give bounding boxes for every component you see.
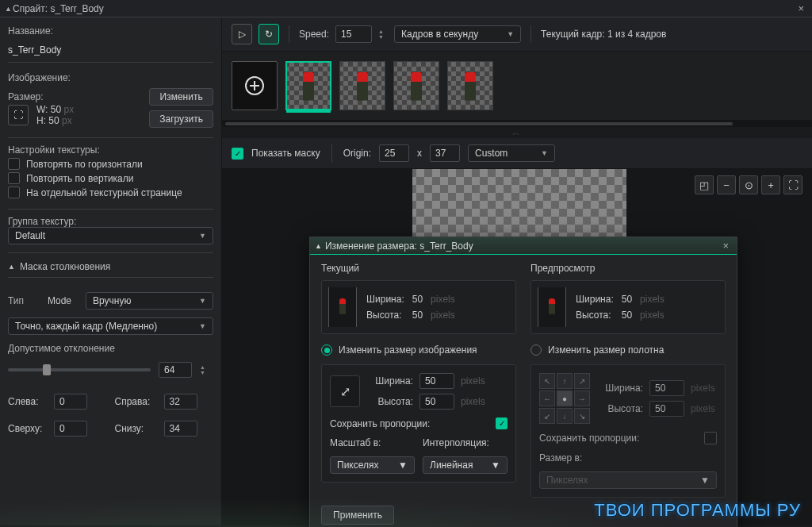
origin-preset-dropdown[interactable]: Custom▼ — [468, 144, 555, 162]
name-label: Название: — [8, 25, 213, 37]
plus-circle-icon — [244, 75, 265, 96]
scale-in-label: Масштаб в: — [330, 437, 415, 448]
dialog-title: Изменение размера: s_Terr_Body — [325, 240, 719, 252]
fit-icon[interactable]: ⛶ — [783, 175, 802, 194]
chk-keep-ratio[interactable]: ✓ — [496, 417, 508, 429]
zoom-100-icon[interactable]: ⊙ — [739, 175, 758, 194]
speed-input[interactable]: 15 — [335, 25, 372, 43]
chevron-down-icon: ▲ — [5, 5, 13, 13]
chk-vtile[interactable] — [8, 172, 20, 184]
mask-left-value[interactable]: 0 — [54, 394, 87, 410]
mask-bottom-value[interactable]: 34 — [164, 421, 197, 437]
mask-left-label: Слева: — [8, 396, 46, 407]
texture-group-label: Группа текстур: — [8, 216, 213, 227]
keep-ratio-label: Сохранить пропорции: — [330, 418, 430, 429]
radio-resize-image[interactable] — [321, 344, 332, 356]
resize-image-label: Изменить размер изображения — [339, 344, 477, 356]
tolerance-stepper[interactable]: ▲▼ — [200, 364, 209, 376]
frame-3[interactable] — [447, 61, 493, 110]
interp-dropdown[interactable]: Линейная▼ — [423, 456, 508, 474]
fullscreen-icon[interactable]: ⛶ — [8, 105, 29, 125]
chk-keep-ratio-canvas[interactable] — [704, 432, 717, 444]
chk-vtile-label: Повторять по вертикали — [26, 173, 134, 184]
scale-width-input[interactable]: 50 — [419, 373, 454, 389]
mode-label: Mode — [48, 295, 78, 306]
size-in-label: Размер в: — [539, 452, 717, 464]
tolerance-label: Допустимое отклонение — [8, 343, 213, 354]
interp-label: Интерполяция: — [423, 437, 508, 448]
resize-dialog: ▲ Изменение размера: s_Terr_Body × Текущ… — [309, 237, 737, 527]
chk-sep-page-label: На отдельной текстурной странице — [26, 187, 182, 198]
watermark: ТВОИ ПРОГРАММЫ РУ — [594, 500, 801, 521]
speed-label: Speed: — [299, 29, 329, 40]
dialog-close-icon[interactable]: × — [719, 240, 732, 252]
h-label: H: — [36, 115, 46, 126]
mask-top-label: Сверху: — [8, 423, 46, 434]
fps-dropdown[interactable]: Кадров в секунду▼ — [394, 25, 521, 43]
origin-label: Origin: — [343, 148, 371, 159]
mask-top-value[interactable]: 0 — [54, 421, 87, 437]
w-label: W: — [36, 104, 48, 115]
image-label: Изображение: — [8, 72, 213, 83]
scale-arrows-icon: ⤢ — [330, 375, 360, 407]
resize-canvas-label: Изменить размер полотна — [548, 344, 664, 356]
show-mask-label: Показать маску — [251, 148, 320, 159]
frame-1[interactable] — [339, 61, 385, 110]
texture-settings-label: Настройки текстуры: — [8, 144, 213, 156]
mask-bottom-label: Снизу: — [115, 423, 156, 434]
anchor-grid[interactable]: ↖↑↗ ←●→ ↙↓↘ — [539, 373, 590, 424]
window-title: Спрайт: s_Terr_Body — [13, 3, 795, 14]
zoom-reset-icon[interactable]: ◰ — [695, 175, 714, 194]
mode-dropdown[interactable]: Вручную▼ — [86, 292, 213, 310]
frame-strip — [222, 52, 812, 121]
close-icon[interactable]: × — [795, 2, 807, 14]
frame-2[interactable] — [393, 61, 439, 110]
chk-htile[interactable] — [8, 158, 20, 170]
canvas-height-input[interactable]: 50 — [649, 401, 684, 417]
mask-shape-dropdown[interactable]: Точно, каждый кадр (Медленно)▼ — [8, 317, 213, 335]
prev-width: 50 — [622, 294, 632, 305]
preview-thumb — [538, 287, 566, 327]
height-value: 50 — [48, 115, 59, 126]
mask-right-value[interactable]: 32 — [164, 394, 197, 410]
origin-y-input[interactable]: 37 — [430, 144, 460, 162]
width-value: 50 — [51, 104, 61, 115]
mask-right-label: Справа: — [115, 396, 156, 407]
scale-height-input[interactable]: 50 — [419, 394, 454, 410]
chevron-down-icon: ▼ — [199, 232, 206, 240]
chk-sep-page[interactable] — [8, 187, 20, 198]
keep-ratio-canvas-label: Сохранить пропорции: — [539, 433, 639, 444]
edit-image-button[interactable]: Изменить — [149, 88, 213, 106]
prev-height: 50 — [622, 310, 632, 321]
origin-x-input[interactable]: 25 — [379, 144, 409, 162]
tolerance-value[interactable]: 64 — [159, 362, 192, 378]
scale-unit-dropdown[interactable]: Пикселях▼ — [330, 456, 415, 474]
zoom-in-icon[interactable]: + — [761, 175, 780, 194]
speed-stepper[interactable]: ▲▼ — [378, 28, 388, 40]
current-frame-label: Текущий кадр: 1 из 4 кадров — [541, 29, 666, 40]
cur-width: 50 — [412, 294, 423, 305]
current-thumb — [328, 287, 357, 327]
collision-mask-header[interactable]: ▲Маска столкновения — [8, 261, 213, 278]
zoom-out-icon[interactable]: − — [717, 175, 736, 194]
tolerance-slider[interactable] — [8, 368, 151, 371]
size-label: Размер: — [8, 91, 74, 102]
frame-0[interactable] — [285, 61, 331, 110]
chk-htile-label: Повторять по горизонтали — [26, 159, 143, 170]
cur-height: 50 — [412, 310, 423, 321]
chk-show-mask[interactable]: ✓ — [232, 148, 243, 160]
radio-resize-canvas[interactable] — [530, 344, 542, 356]
canvas-unit-dropdown[interactable]: Пикселях▼ — [539, 471, 717, 489]
frame-scrollbar[interactable] — [222, 121, 812, 127]
texture-group-dropdown[interactable]: Default▼ — [8, 227, 213, 244]
canvas-width-input[interactable]: 50 — [649, 380, 684, 396]
splitter-horizontal[interactable]: ︿ — [222, 127, 812, 138]
sprite-name-field[interactable]: s_Terr_Body — [8, 41, 213, 63]
play-icon[interactable]: ▷ — [232, 24, 252, 44]
load-image-button[interactable]: Загрузить — [149, 110, 213, 128]
type-label: Тип — [8, 295, 40, 306]
add-frame-button[interactable] — [232, 61, 278, 110]
chevron-down-icon: ▲ — [315, 242, 322, 250]
loop-icon[interactable]: ↻ — [259, 24, 279, 44]
preview-label: Предпросмотр — [530, 263, 726, 274]
